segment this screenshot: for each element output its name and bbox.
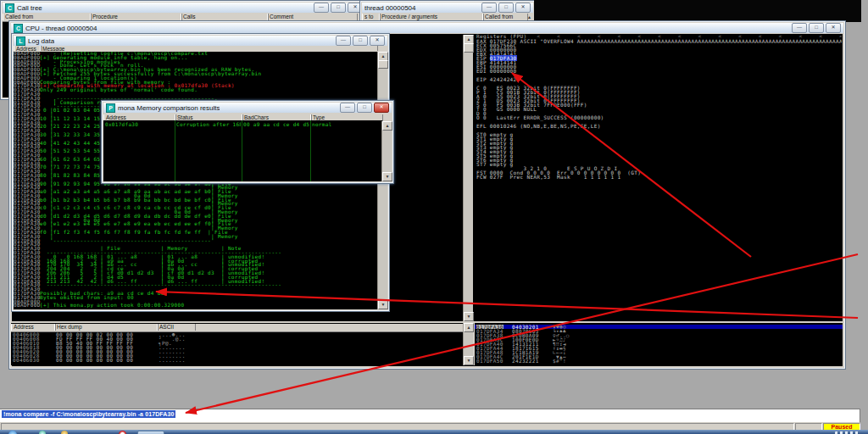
quick-launch-icon[interactable] bbox=[61, 431, 68, 434]
scrollbar-thumb[interactable] bbox=[378, 60, 388, 69]
result-badchars[interactable]: 00 a9 aa cd ce d4 d5 bbox=[243, 122, 309, 127]
daddr: 00406030 bbox=[13, 358, 40, 362]
maximize-button[interactable]: □ bbox=[498, 3, 514, 13]
column-address[interactable]: Address bbox=[14, 46, 42, 51]
mona-results-table[interactable]: 0x017dfa30 Corruption after 168 byt 00 a… bbox=[103, 120, 382, 181]
window-mona-results: P mona Memory comparison results ― □ ✕ A… bbox=[101, 100, 394, 184]
scroll-down-icon[interactable]: ▼ bbox=[382, 172, 392, 181]
maximize-button[interactable]: □ bbox=[353, 36, 368, 46]
stack-pane[interactable]: 017DFA3004030201♦♥☻☺017DFA3408070605╘•♠♣… bbox=[475, 323, 843, 365]
sval: 24232221 bbox=[512, 359, 539, 363]
column-address[interactable]: Address bbox=[11, 324, 56, 331]
register-line: FCW 027F Prec NEAR,53 Mask 1 1 1 1 1 1 bbox=[476, 175, 842, 179]
start-button[interactable] bbox=[8, 431, 17, 434]
grid-line bbox=[310, 120, 311, 181]
lmsg: Bytes omitted from input: 00 bbox=[40, 296, 134, 300]
column-called-from[interactable]: Called from bbox=[482, 14, 528, 20]
result-address[interactable]: 0x017dfa30 bbox=[105, 122, 173, 127]
result-type[interactable]: normal bbox=[312, 122, 371, 127]
column-message[interactable]: Message bbox=[40, 46, 378, 51]
register-line: EAX 017DF230 ASCII "OVERFLOW4 AAAAAAAAAA… bbox=[476, 39, 842, 43]
windows-taskbar[interactable] bbox=[0, 430, 868, 434]
disassembly-scrollbar[interactable]: ▲ ▼ bbox=[463, 35, 473, 321]
hex-dump-pane[interactable]: Address Hex dump ASCII 0040600000 00 00 … bbox=[11, 323, 463, 365]
cpu-titlebar[interactable]: C CPU - thread 00000504 ― □ ✕ bbox=[11, 23, 843, 33]
scrollbar-thumb[interactable] bbox=[464, 43, 474, 53]
column-returns-to[interactable]: s to bbox=[362, 14, 381, 20]
cpu-icon: C bbox=[14, 24, 23, 33]
lmsg: Only 249 original bytes of 'normal' code… bbox=[40, 88, 198, 92]
log-line: 0BADF00D[+] This mona.py action took 0:0… bbox=[14, 303, 378, 308]
lmsg: ----------------------------------------… bbox=[40, 283, 281, 287]
log-titlebar[interactable]: L Log data ― □ ✕ bbox=[14, 36, 387, 46]
laddr: 0BADF00D bbox=[14, 303, 40, 308]
mona-titlebar[interactable]: P mona Memory comparison results ― □ ✕ bbox=[103, 103, 392, 113]
background-window-area bbox=[534, 0, 861, 22]
mona-scrollbar[interactable]: ▲ ▼ bbox=[381, 121, 392, 181]
minimize-button[interactable]: ― bbox=[340, 103, 355, 113]
dhex: 00 00 00 00 00 00 00 00 bbox=[56, 358, 133, 362]
mona-icon: P bbox=[106, 103, 115, 113]
saddr: 017DFA50 bbox=[476, 359, 504, 363]
column-ascii[interactable]: ASCII bbox=[157, 324, 196, 331]
sascii: $#"! bbox=[553, 359, 566, 363]
dascii: ........ bbox=[159, 358, 186, 362]
column-hex-dump[interactable]: Hex dump bbox=[54, 324, 159, 331]
call-tree-title: Call tree bbox=[17, 4, 42, 12]
call-tree-titlebar[interactable]: C Call tree ― □ ✕ bbox=[3, 3, 365, 13]
close-button[interactable]: ✕ bbox=[370, 36, 385, 46]
close-button[interactable]: ✕ bbox=[374, 103, 389, 113]
mona-title: mona Memory comparison results bbox=[118, 104, 220, 112]
scroll-up-icon[interactable]: ▲ bbox=[464, 323, 474, 332]
column-calls[interactable]: Calls bbox=[181, 14, 269, 20]
grid-line bbox=[175, 120, 175, 181]
maximize-button[interactable]: □ bbox=[809, 23, 824, 33]
app-icon-red[interactable] bbox=[119, 431, 126, 434]
maximize-button[interactable]: □ bbox=[357, 103, 372, 113]
scroll-down-icon[interactable]: ▼ bbox=[378, 300, 388, 309]
minimize-button[interactable]: ― bbox=[314, 3, 329, 13]
call-tree-icon: C bbox=[5, 3, 14, 13]
cpu-title: CPU - thread 00000504 bbox=[25, 25, 97, 32]
result-status[interactable]: Corruption after 168 byt bbox=[176, 122, 241, 127]
close-button[interactable]: ✕ bbox=[826, 23, 841, 33]
minimize-button[interactable]: ― bbox=[336, 36, 351, 46]
sort-indicator: ▲ bbox=[527, 14, 531, 19]
call-stack-title: thread 00000504 bbox=[364, 4, 416, 12]
grid-line bbox=[242, 120, 242, 181]
close-button[interactable]: ✕ bbox=[515, 3, 531, 13]
stack-row[interactable]: 017DFA5024232221$#"! bbox=[475, 359, 843, 363]
call-stack-titlebar[interactable]: thread 00000504 ― □ ✕ bbox=[362, 3, 533, 13]
lmsg: [+] This mona.py action took 0:00:00.329… bbox=[40, 303, 184, 308]
column-called-from[interactable]: Called from bbox=[3, 14, 92, 20]
scroll-down-icon[interactable]: ▼ bbox=[464, 356, 474, 365]
log-icon: L bbox=[16, 36, 25, 46]
quick-launch-icon[interactable] bbox=[39, 431, 46, 434]
scroll-down-icon[interactable]: ▼ bbox=[464, 312, 474, 321]
column-procedure[interactable]: Procedure bbox=[90, 14, 182, 20]
registers-pane[interactable]: Registers (FPU) < < < < < < < < < < < < … bbox=[476, 34, 842, 322]
scroll-up-icon[interactable]: ▲ bbox=[382, 121, 392, 131]
dump-row: 0040603000 00 00 00 00 00 00 00........ bbox=[11, 358, 463, 362]
minimize-button[interactable]: ― bbox=[481, 3, 497, 13]
command-input[interactable]: !mona compare -f C:\mona\oscp\bytearray.… bbox=[0, 409, 860, 422]
log-title: Log data bbox=[28, 37, 54, 45]
immunity-debugger-screen: C Call tree ― □ ✕ Called from Procedure … bbox=[0, 0, 868, 434]
minimize-button[interactable]: ― bbox=[792, 23, 807, 33]
column-procedure-arguments[interactable]: Procedure / arguments bbox=[379, 14, 484, 20]
dump-scrollbar[interactable]: ▲ ▼ bbox=[463, 323, 473, 365]
maximize-button[interactable]: □ bbox=[331, 3, 346, 13]
command-text-selected[interactable]: !mona compare -f C:\mona\oscp\bytearray.… bbox=[2, 410, 175, 418]
taskbar-window-button[interactable] bbox=[137, 431, 164, 434]
column-comment[interactable]: Comment bbox=[267, 14, 358, 20]
lmsg: '---------------------------------------… bbox=[40, 239, 214, 243]
